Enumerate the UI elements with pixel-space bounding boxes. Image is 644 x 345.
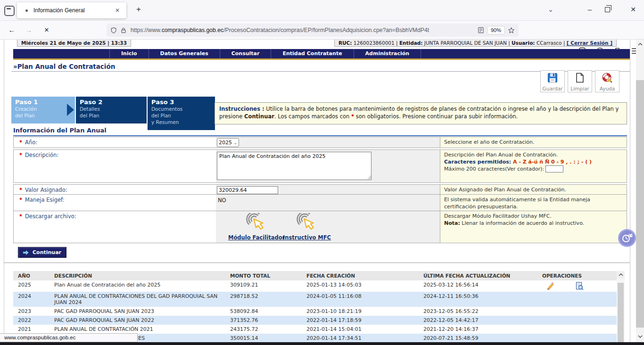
- main-scrollbar-thumb[interactable]: [636, 80, 644, 328]
- nav-item-entidad-contratante[interactable]: Entidad Contratante: [271, 49, 353, 58]
- cell-ultima-actualizacion: 2023-12-05 16:55:22: [423, 307, 542, 316]
- winged-clock-icon: [621, 232, 633, 244]
- scroll-down-button[interactable]: [636, 333, 644, 340]
- nav-item-consultar[interactable]: Consultar: [220, 49, 271, 58]
- cell-monto: 371352.76: [230, 316, 306, 325]
- table-row: 2023 PAC GAD PARROQUIAL SAN JUAN 2023 53…: [13, 307, 617, 316]
- instructions-box: Instrucciones : Utilice la barra de boto…: [215, 102, 627, 124]
- page-favicon-dot-icon: [25, 9, 28, 12]
- chevron-up-icon: [638, 43, 643, 46]
- valor-label: *Valor Asignado:: [14, 185, 216, 194]
- save-icon: [547, 72, 558, 83]
- ano-help: Seleccione el año de Contratación.: [440, 137, 627, 148]
- form-row-descripcion: *Descripción: Plan Anual de Contratación…: [13, 149, 627, 183]
- cell-ano: 2025: [13, 280, 54, 289]
- window-close-button[interactable]: ✕: [627, 4, 640, 16]
- year-select[interactable]: 2025⌄: [217, 138, 239, 147]
- tab-close-icon[interactable]: ✕: [113, 6, 122, 15]
- zoom-level-indicator[interactable]: 90%: [487, 26, 505, 34]
- firefox-view-icon[interactable]: [4, 6, 15, 16]
- nav-item-administración[interactable]: Administración: [354, 49, 421, 58]
- cell-fecha-creacion: 2023-01-10 18:21:19: [306, 307, 423, 316]
- step-3-box[interactable]: Paso 3 Documentos del Plan y Resumen: [148, 97, 215, 130]
- url-bar[interactable]: https://www.compraspublicas.gob.ec/Proce…: [107, 24, 519, 37]
- datetime-bar: Miércoles 21 de Mayo de 2025 | 13:33: [17, 40, 131, 47]
- reader-mode-icon[interactable]: [478, 27, 484, 33]
- lifebuoy-help-icon: [601, 72, 613, 83]
- continue-button[interactable]: Continuar: [18, 247, 66, 258]
- modulo-facilitador-link[interactable]: Módulo Facilitador: [228, 213, 285, 241]
- cell-fecha-creacion: 2021-01-14 15:04:01: [306, 325, 423, 334]
- plans-table: AÑODESCRIPCIÓNMONTO TOTALFECHA CREACIÓNÚ…: [13, 271, 617, 342]
- descripcion-label: *Descripción:: [14, 150, 216, 182]
- new-tab-button[interactable]: +: [132, 4, 145, 16]
- help-button[interactable]: Ayuda: [595, 70, 619, 92]
- nav-item-inicio[interactable]: Inicio: [109, 49, 149, 58]
- continue-arrow-icon: [23, 250, 29, 255]
- gold-divider: [13, 58, 630, 60]
- table-scrollbar[interactable]: [617, 271, 625, 342]
- step-1-box[interactable]: Paso 1 Creación del Plan: [11, 97, 75, 123]
- main-scrollbar[interactable]: [636, 40, 644, 342]
- lock-icon[interactable]: [120, 27, 127, 34]
- blank-page-icon: [574, 72, 586, 83]
- cell-descripcion: Plan Anual de Contratación del año 2025: [54, 280, 230, 289]
- cell-monto: 243175.72: [230, 325, 306, 334]
- section-rule: [13, 135, 627, 136]
- descripcion-textarea[interactable]: Plan Anual de Contratación del año 2025: [217, 152, 372, 180]
- time-extension-badge[interactable]: [618, 229, 636, 247]
- cell-ano: 2022: [13, 316, 54, 325]
- stop-loading-icon[interactable]: ✕: [40, 24, 54, 36]
- descripcion-help: Descripción del Plan Anual de Contrataci…: [440, 150, 627, 182]
- step-2-box[interactable]: Paso 2 Detalles del Plan: [76, 97, 147, 123]
- preview-document-icon[interactable]: [575, 282, 584, 290]
- ruc-label: RUC:: [339, 40, 352, 46]
- browser-tab-bar: Información General ✕ + ⌄ – ✕: [0, 0, 644, 21]
- chevron-down-icon: ⌄: [233, 140, 237, 145]
- instructivo-mfc-link[interactable]: Instructivo MFC: [283, 213, 331, 241]
- cell-operaciones: [542, 280, 617, 292]
- nav-item-datos-generales[interactable]: Datos Generales: [149, 49, 220, 58]
- cell-operaciones: [542, 307, 617, 310]
- tab-list-chevron-icon[interactable]: ⌄: [544, 4, 557, 16]
- esigef-label: *Maneja Esigef:: [14, 195, 216, 211]
- valor-help: Valor Asignado del Plan Anual de Contrat…: [440, 185, 627, 194]
- forward-button[interactable]: →: [22, 24, 36, 36]
- section-title: Información del Plan Anual: [13, 127, 107, 134]
- cell-operaciones: [542, 292, 617, 295]
- column-header: FECHA CREACIÓN: [306, 273, 423, 279]
- restore-window-button[interactable]: [605, 7, 610, 12]
- cell-monto: 538092.84: [230, 307, 306, 316]
- edit-pencil-icon[interactable]: [546, 282, 554, 290]
- cell-descripcion: PLAN ANUAL DE CONTRATACIÓN 2021: [54, 325, 230, 334]
- cell-ano: 2021: [13, 325, 54, 334]
- cell-fecha-creacion: 2025-01-13 14:05:03: [306, 280, 423, 289]
- valor-input[interactable]: [217, 186, 278, 194]
- url-text: https://www.compraspublicas.gob.ec/Proce…: [131, 27, 478, 33]
- back-button[interactable]: ←: [5, 24, 19, 36]
- bookmark-star-icon[interactable]: [508, 27, 515, 34]
- cell-ultima-actualizacion: 2025-03-12 16:56:14: [423, 280, 542, 289]
- form-row-descargar: *Descargar archivo: Módulo Facilitador: [13, 211, 627, 243]
- save-button[interactable]: Guardar: [540, 70, 565, 92]
- shield-icon[interactable]: [110, 27, 117, 34]
- cell-monto: 298718.52: [230, 292, 306, 301]
- table-scrollbar-thumb[interactable]: [618, 283, 624, 342]
- cell-ultima-actualizacion: 2020-07-21 15:48:59: [423, 334, 542, 342]
- minimize-button[interactable]: –: [583, 4, 596, 16]
- descargar-help: Descargar Módulo Facilitador Ushay MFC. …: [440, 211, 627, 243]
- cell-fecha-creacion: 2024-01-05 11:16:08: [306, 292, 423, 301]
- step-arrow-icon: [67, 104, 74, 116]
- clear-button[interactable]: Limpiar: [568, 70, 592, 92]
- column-header: AÑO: [13, 273, 54, 279]
- scroll-up-button[interactable]: [636, 41, 644, 48]
- cell-operaciones: [542, 325, 617, 328]
- section-divider: [4, 263, 630, 263]
- ushay-click-icon: [296, 213, 318, 232]
- status-bar-link: www.compraspublicas.gob.ec: [0, 333, 138, 342]
- char-counter-input[interactable]: [545, 165, 563, 172]
- browser-tab[interactable]: Información General ✕: [17, 2, 126, 18]
- logout-link[interactable]: [ Cerrar Sesión ]: [567, 40, 612, 46]
- table-scroll-up-button[interactable]: [617, 271, 625, 279]
- plan-form: *Año: 2025⌄ Seleccione el año de Contrat…: [13, 137, 627, 243]
